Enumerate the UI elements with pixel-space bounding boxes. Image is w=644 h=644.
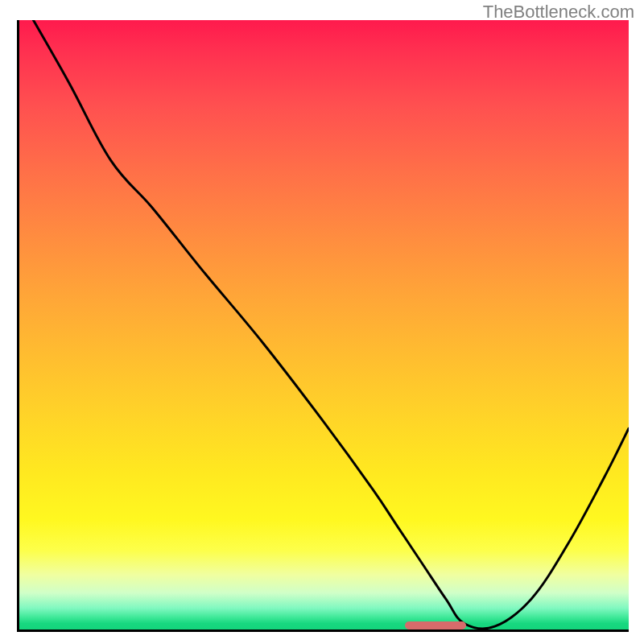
- bottleneck-chart: TheBottleneck.com: [0, 0, 644, 644]
- optimal-range-marker: [405, 621, 466, 630]
- bottleneck-curve-path: [19, 20, 629, 629]
- curve-svg: [19, 20, 629, 630]
- plot-area: [17, 20, 629, 632]
